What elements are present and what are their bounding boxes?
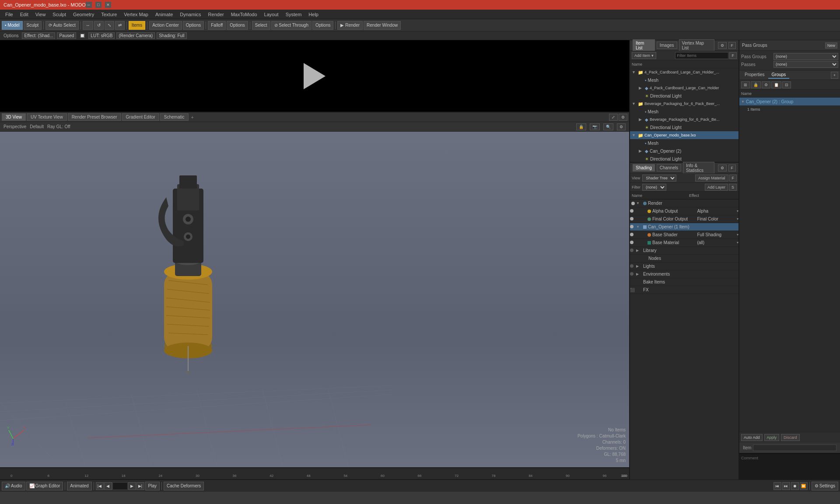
vis-library[interactable] <box>630 248 636 253</box>
vis-basematerial[interactable] <box>630 240 636 245</box>
tab-schematic[interactable]: Schematic <box>160 113 189 121</box>
shader-row-finalcolor[interactable]: Final Color Output Final Color ▾ <box>630 215 738 223</box>
expand-render[interactable]: ▼ <box>636 201 642 205</box>
viewport-zoom-btn[interactable]: 🔍 <box>603 123 613 130</box>
tree-item-mesh-2[interactable]: ▪ Mesh <box>630 108 738 116</box>
shading-settings[interactable]: ⚙ <box>718 164 727 172</box>
viewport-lock-btn[interactable]: 🔒 <box>576 123 586 130</box>
vis-finalcolor[interactable] <box>630 217 636 221</box>
tree-item-dlight-1[interactable]: ☀ Directional Light <box>630 92 738 100</box>
menu-help[interactable]: Help <box>305 11 322 18</box>
transform-move[interactable]: ↔ <box>83 21 93 30</box>
frame-input[interactable]: 0 <box>112 482 128 490</box>
item-value-input[interactable] <box>753 444 836 451</box>
tab-vertex-map[interactable]: Vertex Map List <box>679 39 714 52</box>
tab-info-stats[interactable]: Info & Statistics <box>683 162 714 174</box>
pass-groups-select[interactable]: (none) <box>774 53 838 60</box>
menu-layout[interactable]: Layout <box>261 11 282 18</box>
tab-shading[interactable]: Shading <box>633 164 655 172</box>
tab-item-list[interactable]: Item List <box>633 39 655 52</box>
alpha-dropdown[interactable]: ▾ <box>737 209 738 213</box>
tree-item-bev-group[interactable]: ▼ 📁 Beverage_Packaging_for_6_Pack_Beer_.… <box>630 100 738 108</box>
menu-sculpt[interactable]: Sculpt <box>49 11 70 18</box>
add-tab-button[interactable]: + <box>189 115 196 120</box>
tab-render-preset[interactable]: Render Preset Browser <box>68 113 121 121</box>
prev-key-button[interactable]: |◀ <box>96 482 104 490</box>
groups-icon-btn-1[interactable]: ⊞ <box>741 81 750 88</box>
discard-button[interactable]: Discard <box>781 434 800 441</box>
bs-dropdown[interactable]: ▾ <box>737 233 738 237</box>
tree-item-dlight-3[interactable]: ☀ Directional Light <box>630 155 738 162</box>
groups-icon-btn-4[interactable]: 📋 <box>771 81 781 88</box>
shading-expand[interactable]: F <box>728 164 736 172</box>
animated-button[interactable]: Animated <box>67 482 91 490</box>
transform-mirror[interactable]: ⇌ <box>115 21 125 30</box>
add-layer-button[interactable]: Add Layer <box>705 184 728 191</box>
viewport-options-btn[interactable]: ⚙ <box>617 123 626 130</box>
tree-item-4pack-group[interactable]: ▼ 📁 4_Pack_Cardboard_Large_Can_Holder_..… <box>630 68 738 76</box>
transform-scale[interactable]: ⤡ <box>105 21 114 30</box>
vis-alpha[interactable] <box>630 209 636 214</box>
tab-channels[interactable]: Channels <box>657 164 681 172</box>
mode-sculpt-button[interactable]: Sculpt <box>24 21 42 30</box>
items-button[interactable]: Items <box>129 21 145 30</box>
shader-row-baseshader[interactable]: Base Shader Full Shading ▾ <box>630 231 738 239</box>
menu-dynamics[interactable]: Dynamics <box>176 11 204 18</box>
mode-model-button[interactable]: ▪ Model <box>2 21 23 30</box>
close-button[interactable]: ✕ <box>105 2 111 8</box>
tab-properties[interactable]: Properties <box>741 71 768 79</box>
expand-canopener[interactable]: ▼ <box>636 225 642 229</box>
groups-tree[interactable]: ▼ Can_Opener (2) : Group 1 Items <box>739 98 840 432</box>
groups-icon-btn-2[interactable]: 🔒 <box>751 81 761 88</box>
audio-button[interactable]: 🔊 Audio <box>2 482 25 490</box>
menu-render[interactable]: Render <box>205 11 228 18</box>
falloff-options-button[interactable]: Options <box>227 21 248 30</box>
select-button[interactable]: Select <box>252 21 270 30</box>
shader-row-env[interactable]: ▶ Environments <box>630 270 738 278</box>
menu-maxtomodo[interactable]: MaxToModo <box>228 11 261 18</box>
play-button[interactable]: ▶ <box>128 482 136 490</box>
tree-item-bev-item[interactable]: ▶ ◆ Beverage_Packaging_for_6_Pack_Be... <box>630 116 738 123</box>
vis-baseshader[interactable] <box>630 232 636 237</box>
groups-icon-btn-5[interactable]: ⊟ <box>782 81 791 88</box>
menu-file[interactable]: File <box>2 11 17 18</box>
passes-select[interactable]: (none) <box>774 61 838 68</box>
shader-tree-select[interactable]: Shader Tree <box>642 175 676 182</box>
groups-icon-btn-3[interactable]: ⚙ <box>762 81 770 88</box>
tree-item-mesh-3[interactable]: ▪ Mesh <box>630 139 738 147</box>
menu-vertexmap[interactable]: Vertex Map <box>120 11 152 18</box>
action-options-button[interactable]: Options <box>183 21 204 30</box>
vis-render[interactable] <box>630 202 636 205</box>
tab-3d-view[interactable]: 3D View <box>2 113 26 121</box>
tab-uv-texture[interactable]: UV Texture View <box>27 113 67 121</box>
prev-frame-button[interactable]: ◀ <box>104 482 112 490</box>
tab-groups[interactable]: Groups <box>768 71 790 79</box>
minimize-button[interactable]: ─ <box>86 2 92 8</box>
assign-material-button[interactable]: Assign Material <box>695 175 728 182</box>
vis-lights[interactable] <box>630 264 636 269</box>
render-window-button[interactable]: Render Window <box>364 21 401 30</box>
vis-canopener[interactable] <box>630 224 636 229</box>
shading-f-btn[interactable]: F <box>729 175 737 182</box>
play-overlay-icon[interactable] <box>304 63 326 89</box>
tree-item-canopener-group[interactable]: ▼ 📁 Can_Opener_modo_base.lxo <box>630 131 738 139</box>
render-button[interactable]: ▶ Render <box>337 21 363 30</box>
shader-row-canopener[interactable]: ▼ Can_Opener (1 Item) <box>630 223 738 231</box>
tab-images[interactable]: Images <box>657 42 677 49</box>
shader-tree-content[interactable]: ▼ Render Alpha Output A <box>630 200 738 480</box>
graph-editor-button[interactable]: 📈 Graph Editor <box>26 482 63 490</box>
filter-confirm[interactable]: F <box>729 52 737 59</box>
vis-env[interactable] <box>630 272 636 276</box>
item-list-expand[interactable]: F <box>728 42 736 49</box>
shader-row-alpha[interactable]: Alpha Output Alpha ▾ <box>630 207 738 215</box>
expand-env[interactable]: ▶ <box>636 272 642 276</box>
cache-deformers-button[interactable]: Cache Deformers <box>164 482 204 490</box>
item-tree[interactable]: ▼ 📁 4_Pack_Cardboard_Large_Can_Holder_..… <box>630 68 738 162</box>
select-through-button[interactable]: ⊘ Select Through <box>271 21 312 30</box>
falloff-button[interactable]: Falloff <box>208 21 226 30</box>
maximize-button[interactable]: □ <box>95 2 102 8</box>
menu-geometry[interactable]: Geometry <box>70 11 98 18</box>
menu-animate[interactable]: Animate <box>152 11 176 18</box>
auto-select-button[interactable]: ⟳ Auto Select <box>46 21 78 30</box>
viewport-expand-button[interactable]: ⤢ <box>609 114 618 121</box>
